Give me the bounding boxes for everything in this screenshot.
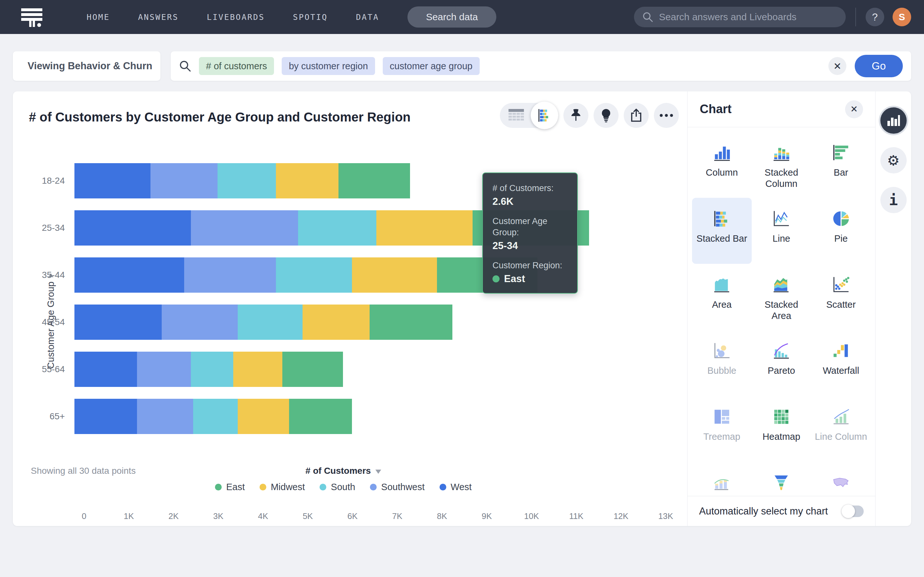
chart-type-scatter[interactable]: Scatter bbox=[811, 264, 871, 330]
chart-view-button[interactable] bbox=[531, 102, 558, 129]
bar-segment-west-55-64[interactable] bbox=[74, 351, 137, 387]
bar-segment-east-45-54[interactable] bbox=[370, 305, 452, 340]
bar-segment-midwest-55-64[interactable] bbox=[233, 351, 282, 387]
bar-segment-south-35-44[interactable] bbox=[276, 258, 352, 293]
bar-segment-south-65[interactable] bbox=[193, 399, 238, 434]
y-category-label: 55-64 bbox=[13, 364, 74, 374]
bar-segment-southwest-55-64[interactable] bbox=[137, 351, 191, 387]
chart-type-pareto[interactable]: Pareto bbox=[752, 330, 811, 396]
pin-button[interactable] bbox=[564, 103, 588, 128]
bar-segment-southwest-25-34[interactable] bbox=[191, 210, 298, 245]
bar-segment-west-65[interactable] bbox=[74, 399, 137, 434]
chart-type-area[interactable]: Area bbox=[692, 264, 752, 330]
legend-item-west[interactable]: West bbox=[439, 482, 472, 492]
nav-item-home[interactable]: HOME bbox=[73, 13, 124, 22]
legend-item-midwest[interactable]: Midwest bbox=[260, 482, 305, 492]
bar-segment-midwest-65[interactable] bbox=[238, 399, 289, 434]
thoughtspot-logo-icon[interactable] bbox=[21, 7, 44, 27]
legend-item-east[interactable]: East bbox=[215, 482, 245, 492]
share-button[interactable] bbox=[624, 103, 649, 128]
bar-segment-east-55-64[interactable] bbox=[282, 351, 342, 387]
chart-type-bubble[interactable]: Bubble bbox=[692, 330, 752, 396]
chart-type-stacked-area[interactable]: Stacked Area bbox=[752, 264, 811, 330]
bar-segment-southwest-35-44[interactable] bbox=[184, 258, 276, 293]
legend-item-south[interactable]: South bbox=[320, 482, 355, 492]
bar-segment-west-25-34[interactable] bbox=[74, 210, 191, 245]
bar-segment-midwest-18-24[interactable] bbox=[276, 163, 338, 198]
bar-segment-west-18-24[interactable] bbox=[74, 163, 150, 198]
chart-type-funnel[interactable] bbox=[752, 462, 811, 496]
help-button[interactable]: ? bbox=[866, 8, 884, 26]
nav-item-spotiq[interactable]: SPOTIQ bbox=[279, 13, 342, 22]
share-icon bbox=[630, 109, 643, 122]
nav-item-data[interactable]: DATA bbox=[342, 13, 393, 22]
x-axis-tick: 8K bbox=[437, 511, 447, 521]
bar-65 bbox=[74, 399, 656, 434]
chart-type-pie[interactable]: Pie bbox=[811, 198, 871, 264]
auto-select-toggle[interactable] bbox=[843, 506, 864, 517]
bar-segment-midwest-45-54[interactable] bbox=[302, 305, 370, 340]
chart-type-line[interactable]: Line bbox=[752, 198, 811, 264]
query-token-attribute-1[interactable]: by customer region bbox=[282, 57, 375, 75]
x-axis-tick: 1K bbox=[124, 511, 134, 521]
table-view-button[interactable] bbox=[503, 108, 529, 122]
settings-button[interactable]: ⚙ bbox=[880, 147, 907, 173]
legend-item-southwest[interactable]: Southwest bbox=[370, 482, 425, 492]
bar-segment-east-65[interactable] bbox=[289, 399, 352, 434]
bar-segment-south-18-24[interactable] bbox=[218, 163, 276, 198]
chart-type-label: Stacked Area bbox=[754, 299, 809, 322]
tooltip-label: Customer Region: bbox=[493, 260, 567, 271]
query-row: Viewing Behavior & Churn # of customers … bbox=[13, 51, 911, 81]
x-axis-measure-selector[interactable]: # of Customers bbox=[305, 466, 381, 476]
chart-type-waterfall[interactable]: Waterfall bbox=[811, 330, 871, 396]
chart-type-treemap[interactable]: Treemap bbox=[692, 396, 752, 462]
legend-label: Midwest bbox=[271, 482, 305, 492]
bar-segment-midwest-25-34[interactable] bbox=[376, 210, 473, 245]
nav-item-liveboards[interactable]: LIVEBOARDS bbox=[193, 13, 279, 22]
answer-toolbar bbox=[500, 103, 679, 128]
query-token-measure[interactable]: # of customers bbox=[199, 57, 274, 75]
bar-segment-southwest-18-24[interactable] bbox=[150, 163, 218, 198]
global-search-input[interactable] bbox=[659, 11, 832, 23]
bar-segment-south-55-64[interactable] bbox=[191, 351, 233, 387]
line-column-icon bbox=[832, 406, 850, 426]
chart-type-bar[interactable]: Bar bbox=[811, 132, 871, 198]
bar-segment-southwest-45-54[interactable] bbox=[162, 305, 238, 340]
nav-item-answers[interactable]: ANSWERS bbox=[124, 13, 192, 22]
bar-segment-southwest-65[interactable] bbox=[137, 399, 193, 434]
data-source-card[interactable]: Viewing Behavior & Churn bbox=[13, 51, 160, 81]
y-category-label: 65+ bbox=[13, 411, 74, 422]
chart-type-stacked-column[interactable]: Stacked Column bbox=[752, 132, 811, 198]
stacked-bar-icon bbox=[712, 207, 731, 228]
query-search-bar[interactable]: # of customers by customer region custom… bbox=[171, 51, 911, 81]
close-panel-button[interactable]: ✕ bbox=[845, 100, 863, 118]
user-avatar[interactable]: S bbox=[893, 8, 911, 26]
spotiq-insights-button[interactable] bbox=[594, 103, 619, 128]
chart-type-column[interactable]: Column bbox=[692, 132, 752, 198]
chart-type-label: Bar bbox=[814, 167, 868, 178]
chart-type-geo-map[interactable] bbox=[811, 462, 871, 496]
chart-type-line-stacked-column[interactable] bbox=[692, 462, 752, 496]
bar-segment-west-45-54[interactable] bbox=[74, 305, 162, 340]
pareto-icon bbox=[772, 340, 790, 360]
more-options-button[interactable] bbox=[654, 103, 679, 128]
bar-segment-midwest-35-44[interactable] bbox=[352, 258, 437, 293]
chart-type-stacked-bar[interactable]: Stacked Bar bbox=[692, 198, 752, 264]
search-data-button[interactable]: Search data bbox=[407, 6, 497, 27]
clear-query-button[interactable]: ✕ bbox=[829, 57, 846, 75]
go-button[interactable]: Go bbox=[855, 55, 903, 77]
chart-type-line-column[interactable]: Line Column bbox=[811, 396, 871, 462]
bar-segment-south-25-34[interactable] bbox=[298, 210, 376, 245]
bar-segment-east-18-24[interactable] bbox=[338, 163, 410, 198]
chart-config-button[interactable] bbox=[880, 107, 907, 134]
global-search[interactable] bbox=[634, 7, 846, 27]
query-token-attribute-2[interactable]: customer age group bbox=[383, 57, 480, 75]
column-icon bbox=[712, 141, 731, 162]
info-button[interactable]: i bbox=[880, 187, 907, 213]
chart-config-panel: Chart ✕ ColumnStacked ColumnBarStacked B… bbox=[687, 91, 875, 526]
chart-type-heatmap[interactable]: Heatmap bbox=[752, 396, 811, 462]
chart-tooltip: # of Customers:2.6KCustomer Age Group:25… bbox=[482, 172, 578, 293]
chart-type-grid-scroll[interactable]: ColumnStacked ColumnBarStacked BarLinePi… bbox=[688, 127, 875, 496]
bar-segment-south-45-54[interactable] bbox=[238, 305, 302, 340]
bar-segment-west-35-44[interactable] bbox=[74, 258, 184, 293]
